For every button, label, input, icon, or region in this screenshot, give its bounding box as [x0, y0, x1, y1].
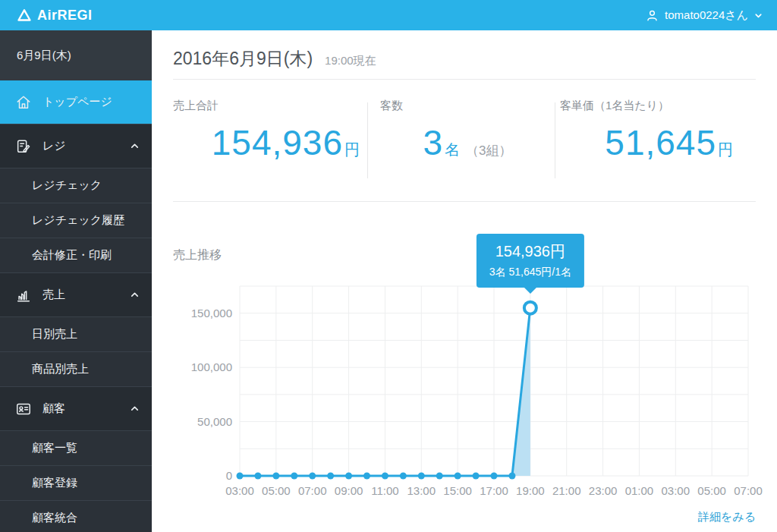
stat-value: 3名（3組）	[380, 125, 555, 160]
chevron-up-icon	[129, 289, 140, 301]
sidebar-item-label: レジチェック履歴	[32, 213, 124, 228]
airregi-logo-icon	[17, 8, 32, 23]
sidebar-item-label: トップページ	[42, 95, 112, 109]
svg-text:150,000: 150,000	[191, 307, 232, 320]
sidebar-item-label: レジ	[42, 139, 66, 153]
sidebar-item-2[interactable]: レジチェック	[0, 168, 152, 203]
sidebar-item-1[interactable]: レジ	[0, 124, 152, 168]
svg-text:07:00: 07:00	[298, 484, 327, 497]
sidebar-item-6[interactable]: 日別売上	[0, 316, 152, 351]
svg-text:01:00: 01:00	[625, 484, 654, 497]
sidebar-item-label: 日別売上	[32, 327, 77, 342]
sidebar-item-8[interactable]: 顧客	[0, 386, 152, 430]
chevron-up-icon	[129, 403, 140, 414]
divider	[173, 79, 756, 80]
divider	[173, 201, 756, 202]
svg-text:17:00: 17:00	[480, 484, 508, 497]
svg-text:19:00: 19:00	[516, 484, 545, 497]
sidebar-item-0[interactable]: トップページ	[0, 80, 152, 124]
sidebar: 6月9日(木) トップページレジレジチェックレジチェック履歴会計修正・印刷売上日…	[0, 30, 152, 532]
stat-label: 客数	[380, 99, 555, 113]
svg-text:05:00: 05:00	[262, 484, 291, 497]
svg-text:09:00: 09:00	[335, 484, 363, 497]
page-title: 2016年6月9日(木)	[173, 47, 313, 71]
sidebar-item-label: 商品別売上	[32, 362, 89, 376]
sidebar-item-10[interactable]: 顧客登録	[0, 465, 152, 500]
stat-label: 客単価（1名当たり）	[560, 99, 756, 113]
user-menu[interactable]: tomato0224さん	[645, 8, 763, 23]
sales-trend-chart[interactable]: 050,000100,000150,00003:0005:0007:0009:0…	[152, 281, 777, 508]
sidebar-item-7[interactable]: 商品別売上	[0, 351, 152, 386]
user-name: tomato0224さん	[665, 8, 748, 23]
svg-text:05:00: 05:00	[697, 484, 726, 497]
brand-name: AirREGI	[37, 8, 93, 24]
svg-text:0: 0	[226, 469, 232, 482]
sidebar-item-label: 顧客一覧	[32, 441, 77, 455]
as-of-time: 19:00現在	[325, 54, 376, 68]
user-icon	[645, 8, 659, 23]
register-icon	[15, 138, 32, 155]
sidebar-item-label: 売上	[42, 288, 65, 302]
svg-text:21:00: 21:00	[552, 484, 581, 497]
sidebar-item-5[interactable]: 売上	[0, 272, 152, 316]
chevron-down-icon	[753, 11, 763, 20]
sidebar-date: 6月9日(木)	[0, 30, 152, 80]
stats-row: 売上合計154,936円客数3名（3組）客単価（1名当たり）51,645円	[152, 99, 777, 197]
chevron-up-icon	[129, 140, 140, 152]
svg-text:50,000: 50,000	[197, 415, 232, 428]
chart-tooltip: 154,936円 3名 51,645円/1名	[477, 234, 584, 288]
home-icon	[15, 94, 32, 111]
chart-title: 売上推移	[173, 247, 222, 263]
svg-text:100,000: 100,000	[191, 360, 232, 373]
sidebar-item-label: 顧客	[42, 401, 65, 416]
sidebar-item-3[interactable]: レジチェック履歴	[0, 203, 152, 238]
stat-value: 51,645円	[560, 125, 756, 160]
stat-1: 売上合計154,936円	[173, 99, 367, 182]
svg-text:11:00: 11:00	[371, 484, 398, 497]
stat-2: 客数3名（3組）	[368, 99, 555, 182]
title-row: 2016年6月9日(木) 19:00現在	[173, 47, 376, 71]
customer-icon	[15, 401, 32, 417]
stat-value: 154,936円	[173, 125, 367, 160]
sidebar-nav: トップページレジレジチェックレジチェック履歴会計修正・印刷売上日別売上商品別売上…	[0, 80, 152, 532]
sales-icon	[15, 287, 32, 304]
svg-text:23:00: 23:00	[589, 484, 618, 497]
sidebar-item-11[interactable]: 顧客統合	[0, 500, 152, 532]
app-header: AirREGI tomato0224さん	[0, 0, 777, 30]
sidebar-item-label: レジチェック	[32, 178, 102, 193]
svg-text:15:00: 15:00	[443, 484, 472, 497]
svg-text:07:00: 07:00	[734, 484, 763, 497]
sidebar-item-9[interactable]: 顧客一覧	[0, 430, 152, 465]
svg-text:03:00: 03:00	[662, 484, 690, 497]
sidebar-item-label: 顧客登録	[32, 476, 77, 490]
sidebar-item-label: 会計修正・印刷	[32, 248, 112, 263]
stat-label: 売上合計	[173, 99, 367, 113]
detail-link[interactable]: 詳細をみる	[698, 510, 756, 524]
main-content: 2016年6月9日(木) 19:00現在 売上合計154,936円客数3名（3組…	[152, 30, 777, 532]
svg-text:03:00: 03:00	[225, 484, 254, 497]
tooltip-value: 154,936円	[489, 241, 571, 262]
brand: AirREGI	[17, 8, 93, 24]
tooltip-detail: 3名 51,645円/1名	[489, 266, 571, 279]
sidebar-item-4[interactable]: 会計修正・印刷	[0, 238, 152, 272]
stat-3: 客単価（1名当たり）51,645円	[555, 99, 756, 182]
sidebar-item-label: 顧客統合	[32, 511, 77, 525]
svg-text:13:00: 13:00	[407, 484, 436, 497]
